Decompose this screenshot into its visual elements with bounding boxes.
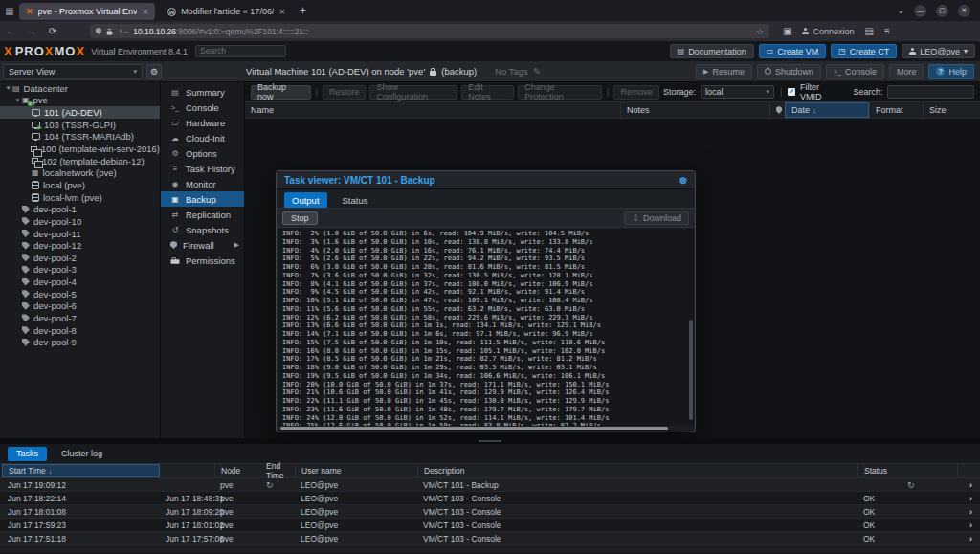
menu-item-firewall[interactable]: Firewall▶	[161, 237, 244, 253]
menu-item-snapshots[interactable]: ↺Snapshots	[161, 222, 244, 237]
column-date[interactable]: Date↓	[785, 102, 869, 118]
remove-button[interactable]: Remove	[613, 85, 659, 100]
tree-item-103-tssr-glpi-[interactable]: ▶103 (TSSR-GLPI)	[0, 119, 160, 131]
tree-item-dev-pool-3[interactable]: dev-pool-3	[0, 264, 160, 277]
server-view-select[interactable]: Server View▾	[3, 64, 143, 79]
menu-item-cloud-init[interactable]: ☁Cloud-Init	[161, 130, 244, 145]
menu-item-options[interactable]: ⚙Options	[161, 145, 244, 161]
filter-vmid-checkbox[interactable]: ✓	[788, 88, 795, 96]
stop-button[interactable]: Stop	[282, 211, 318, 225]
firefox-view-icon[interactable]: ▦	[0, 6, 19, 16]
column-start-time[interactable]: Start Time↓	[2, 464, 160, 477]
column-format[interactable]: Format	[869, 102, 923, 118]
backup-now-button[interactable]: Backup now	[251, 85, 311, 100]
column-size[interactable]: Size	[923, 102, 972, 118]
open-task-chevron-icon[interactable]: ›	[969, 478, 972, 491]
shutdown-button[interactable]: Shutdown▾	[757, 64, 821, 79]
user-menu-button[interactable]: LEO@pve▾	[902, 44, 975, 58]
close-tab-icon[interactable]: ✕	[142, 8, 148, 16]
tree-item-104-tssr-mariadb-[interactable]: 104 (TSSR-MARIAdb)	[0, 131, 160, 144]
extensions-icon[interactable]: ▣	[783, 26, 791, 36]
tree-item-dev-pool-4[interactable]: dev-pool-4	[0, 276, 160, 288]
task-row[interactable]: Jun 17 17:59:23Jun 17 18:01:02pveLEO@pve…	[0, 519, 980, 532]
tab-output[interactable]: Output	[284, 192, 327, 208]
lock-icon[interactable]	[107, 31, 113, 34]
task-row[interactable]: Jun 17 18:01:08Jun 17 18:09:20pveLEO@pve…	[0, 505, 980, 519]
tree-item-dev-pool-5[interactable]: dev-pool-5	[0, 288, 160, 300]
edit-notes-button[interactable]: Edit Notes	[461, 85, 514, 100]
tree-item-100-template-win-serv-2016-[interactable]: 100 (template-win-serv-2016)	[0, 143, 160, 155]
tree-item-101-ad-dev-[interactable]: 101 (AD-DEV)	[0, 106, 160, 119]
tree-item-dev-pool-7[interactable]: dev-pool-7	[0, 312, 160, 324]
back-icon[interactable]: ←	[0, 26, 21, 36]
open-task-chevron-icon[interactable]: ›	[969, 492, 972, 504]
bookmark-star-icon[interactable]: ☆	[756, 27, 764, 36]
tree-item-dev-pool-1[interactable]: dev-pool-1	[0, 203, 160, 215]
global-search-input[interactable]: Search	[195, 45, 286, 57]
restore-button[interactable]: Restore	[323, 85, 367, 100]
browser-tab-pve[interactable]: ✕ pve - Proxmox Virtual Env ✕	[19, 3, 155, 20]
open-task-chevron-icon[interactable]: ›	[969, 505, 972, 518]
new-tab-button[interactable]: +	[300, 4, 306, 17]
tree-item-dev-pool-6[interactable]: dev-pool-6	[0, 300, 160, 313]
menu-item-permissions[interactable]: Permissions	[161, 253, 244, 268]
documentation-button[interactable]: ▤Documentation	[670, 44, 754, 58]
help-button[interactable]: ?Help	[928, 64, 974, 79]
tree-item-dev-pool-10[interactable]: dev-pool-10	[0, 215, 160, 228]
show-configuration-button[interactable]: Show Configuration	[369, 85, 457, 100]
task-row[interactable]: Jun 17 18:22:14Jun 17 18:48:31pveLEO@pve…	[0, 492, 980, 505]
menu-item-console[interactable]: >_Console	[161, 100, 244, 115]
more-button[interactable]: More▾	[889, 64, 924, 79]
task-row[interactable]: Jun 17 17:51:18Jun 17 17:57:06pveLEO@pve…	[0, 532, 980, 545]
close-window-button[interactable]: ✕	[958, 5, 970, 17]
menu-icon[interactable]: ≡	[884, 26, 890, 36]
close-modal-icon[interactable]: ⊗	[679, 175, 687, 186]
column-protected[interactable]	[769, 102, 785, 118]
create-ct-button[interactable]: ◳Create CT	[831, 44, 897, 58]
sidebar-icon[interactable]: ▤	[864, 26, 873, 36]
tab-tasks[interactable]: Tasks	[8, 447, 47, 461]
task-log-output[interactable]: INFO: 2% (1.0 GiB of 50.0 GiB) in 6s, re…	[278, 229, 694, 426]
account-button[interactable]: Connexion	[802, 27, 854, 36]
change-protection-button[interactable]: Change Protection	[518, 85, 602, 100]
column-description[interactable]: Description	[417, 464, 858, 477]
menu-item-replication[interactable]: ⇄Replication	[161, 207, 244, 222]
expander-icon[interactable]: ▼	[13, 98, 22, 103]
menu-item-task-history[interactable]: ≡Task History	[161, 161, 244, 176]
close-tab-icon[interactable]: ✕	[278, 8, 285, 16]
resume-button[interactable]: ▶Resume	[696, 64, 752, 79]
tree-item-102-template-debian-12-[interactable]: 102 (template-debian-12)	[0, 155, 160, 167]
browser-tab-article[interactable]: W Modifier l'article « 17/06/ ✕	[161, 3, 292, 20]
column-status[interactable]: Status	[858, 464, 957, 477]
create-vm-button[interactable]: ▭Create VM	[759, 44, 827, 58]
tree-item-dev-pool-12[interactable]: dev-pool-12	[0, 239, 160, 252]
tree-item-dev-pool-11[interactable]: dev-pool-11	[0, 228, 160, 240]
tree-item-dev-pool-8[interactable]: dev-pool-8	[0, 324, 160, 337]
restore-button[interactable]: ▢	[936, 5, 948, 17]
splitter-grip[interactable]	[479, 440, 501, 442]
log-vertical-scrollbar[interactable]	[689, 320, 693, 420]
tree-item-dev-pool-9[interactable]: dev-pool-9	[0, 336, 160, 348]
column-name[interactable]: Name	[245, 102, 620, 118]
key-icon[interactable]: ⚬–	[118, 27, 128, 35]
forward-icon[interactable]: →	[21, 26, 42, 36]
expander-icon[interactable]: ▼	[4, 85, 12, 91]
storage-select[interactable]: local▾	[701, 85, 774, 99]
tab-cluster-log[interactable]: Cluster log	[53, 447, 111, 461]
column-notes[interactable]: Notes	[620, 102, 769, 118]
column-user-name[interactable]: User name	[295, 464, 417, 477]
tab-status[interactable]: Status	[335, 192, 376, 208]
tree-item-localnetwork-pve-[interactable]: ▦localnetwork (pve)	[0, 166, 160, 179]
tracking-protection-icon[interactable]	[96, 28, 101, 34]
console-button[interactable]: >_Console▾	[826, 64, 884, 79]
menu-item-monitor[interactable]: ◉Monitor	[161, 176, 244, 191]
edit-tags-icon[interactable]: ✎	[533, 66, 541, 77]
menu-item-summary[interactable]: ▤Summary	[161, 84, 244, 100]
menu-item-backup[interactable]: ▣Backup	[161, 191, 244, 207]
column-node[interactable]: Node	[214, 464, 295, 477]
tree-item-dev-pool-2[interactable]: dev-pool-2	[0, 252, 160, 264]
download-button[interactable]: ⇩Download	[624, 211, 689, 225]
modal-title-bar[interactable]: Task viewer: VM/CT 101 - Backup ⊗	[277, 171, 695, 189]
open-task-chevron-icon[interactable]: ›	[969, 519, 972, 531]
open-task-chevron-icon[interactable]: ›	[969, 532, 972, 544]
